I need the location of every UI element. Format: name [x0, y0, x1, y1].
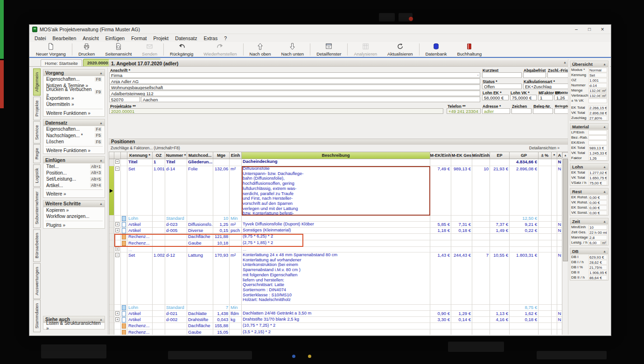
- cell-nummer[interactable]: Standard: [165, 305, 187, 311]
- anschrift-type-field[interactable]: Firma⌄: [109, 72, 480, 78]
- cell-einh[interactable]: Min: [230, 216, 242, 222]
- column-header-*[interactable]: *: [552, 152, 557, 159]
- cell-nummer[interactable]: Standard: [165, 216, 187, 222]
- row-gutter[interactable]: [109, 323, 114, 329]
- cell-star[interactable]: [552, 222, 557, 228]
- cell-gp[interactable]: 8,75 €: [510, 305, 539, 311]
- row-gutter[interactable]: [109, 159, 114, 166]
- cell-min[interactable]: [472, 216, 490, 222]
- cell-nummer[interactable]: d-023: [165, 222, 187, 228]
- cell-min[interactable]: [472, 329, 490, 335]
- zschl-frist-field[interactable]: [547, 72, 568, 78]
- column-header-einh[interactable]: Einh: [230, 152, 242, 159]
- abgabefrist-field[interactable]: [523, 72, 546, 78]
- cell-gp[interactable]: 2.896,08 €: [510, 166, 539, 216]
- panel-item-plugins[interactable]: Plugins »: [43, 222, 105, 229]
- cell-ep[interactable]: 1,13 €: [490, 311, 510, 317]
- panel-item-titel[interactable]: Titel...Alt+1: [43, 163, 105, 170]
- cell-mek1[interactable]: 1,18 €: [430, 228, 451, 234]
- cell-pm[interactable]: [539, 305, 552, 311]
- cell-ep[interactable]: [490, 305, 510, 311]
- cell-nummer[interactable]: d-002: [165, 317, 187, 323]
- cell-mek1[interactable]: 0,90 €: [430, 311, 451, 317]
- detailansichten-link[interactable]: Detailansichten »: [529, 146, 560, 150]
- dropdown-arrow-icon[interactable]: ⌄: [476, 73, 479, 77]
- database-button[interactable]: Datenbank: [420, 42, 452, 57]
- cell-mek1[interactable]: 7,49 €: [430, 166, 451, 216]
- position-row-dots[interactable]: »......: [109, 247, 563, 252]
- cell-mek1[interactable]: [430, 240, 451, 247]
- cell-mek1[interactable]: [430, 234, 451, 240]
- cell-einh[interactable]: Min: [230, 305, 242, 311]
- expand-node-icon[interactable]: +: [115, 317, 119, 322]
- panel-item-setleistung[interactable]: Set/Leistung...Alt+5: [43, 176, 105, 182]
- cell-pm[interactable]: [539, 240, 552, 247]
- cell-mek1[interactable]: [430, 216, 451, 222]
- row-gutter[interactable]: [109, 329, 114, 335]
- cell-mek2[interactable]: [451, 323, 472, 329]
- cell-star[interactable]: [552, 311, 557, 317]
- column-header-mineinh[interactable]: Min/Einh: [472, 152, 490, 159]
- cell-nummer[interactable]: Titel: [165, 159, 187, 166]
- cell-kennung[interactable]: Artikel: [127, 222, 153, 228]
- cell-einh[interactable]: m²: [230, 222, 242, 228]
- cell-kennung[interactable]: Artikel: [127, 228, 153, 234]
- cell-mge[interactable]: 0,15: [213, 228, 230, 234]
- cell-min[interactable]: 7: [472, 252, 490, 305]
- cell-mek2[interactable]: [451, 305, 472, 311]
- cell-pm[interactable]: [539, 311, 552, 317]
- cell-mek1[interactable]: [430, 323, 451, 329]
- cell-kennung[interactable]: Titel: [127, 159, 153, 166]
- cell-mek1[interactable]: 1,43 €: [430, 252, 451, 305]
- panel-item-workflowanzeigen[interactable]: Workflow anzeigen...: [43, 213, 105, 220]
- cell-ep[interactable]: 7,37 €: [490, 222, 510, 228]
- cell-nummer[interactable]: [165, 329, 187, 335]
- row-gutter[interactable]: [109, 228, 114, 234]
- column-header-gp[interactable]: GP: [510, 152, 539, 159]
- cell-besch[interactable]: [242, 216, 430, 222]
- cell-match[interactable]: [187, 247, 213, 252]
- cell-match[interactable]: Dachfläche: [187, 323, 213, 329]
- cell-star[interactable]: [552, 159, 557, 166]
- info-value[interactable]: [588, 98, 607, 103]
- printer-button[interactable]: Drucken: [73, 42, 100, 57]
- panel-item-position[interactable]: Position...Alt+3: [43, 170, 105, 176]
- collapse-arrow-icon[interactable]: ▲: [603, 125, 606, 128]
- cell-pm[interactable]: [539, 222, 552, 228]
- cell-mge[interactable]: 121,88: [213, 234, 230, 240]
- info-value[interactable]: 132,06: [588, 93, 601, 98]
- column-header-nummer*[interactable]: Nummer *: [165, 152, 187, 159]
- cell-besch[interactable]: Sonstiges (Kleinmaterial): [242, 228, 430, 234]
- name2-field[interactable]: Wohnungsbaugesellschaft: [109, 84, 480, 90]
- cell-oz[interactable]: [153, 311, 165, 317]
- column-header-oz[interactable]: OZ: [153, 152, 165, 159]
- cell-oz[interactable]: [153, 222, 165, 228]
- cell-mge[interactable]: 7: [213, 305, 230, 311]
- scrollbar-thumb[interactable]: [563, 159, 568, 261]
- column-header-ep[interactable]: EP: [490, 152, 510, 159]
- collapse-node-icon[interactable]: −: [115, 253, 119, 257]
- collapse-arrow-icon[interactable]: ▲: [99, 121, 103, 125]
- module-tab-stammdaten[interactable]: Stammdaten: [33, 300, 41, 332]
- zeichen-field[interactable]: [511, 108, 532, 114]
- cell-ep[interactable]: [490, 216, 510, 222]
- maximize-button[interactable]: □: [583, 25, 596, 34]
- row-gutter[interactable]: [109, 305, 114, 311]
- cell-oz[interactable]: [153, 240, 165, 247]
- cell-nummer[interactable]: [165, 234, 187, 240]
- cell-mek2[interactable]: 244,43 €: [451, 252, 472, 305]
- cell-mek2[interactable]: 1,29 €: [451, 311, 472, 317]
- cell-min[interactable]: [472, 311, 490, 317]
- kurztext-field[interactable]: [482, 72, 522, 78]
- row-gutter[interactable]: [109, 222, 114, 228]
- cell-besch[interactable]: Dacheindeckung: [242, 159, 430, 166]
- cell-oz[interactable]: [153, 317, 165, 323]
- column-header-kennung*[interactable]: Kennung *: [127, 152, 153, 159]
- position-row-artikel[interactable]: +Artikeld-021Dachlatte1,438lfdmDachlatte…: [109, 311, 563, 317]
- cell-min[interactable]: [472, 247, 490, 252]
- lohn-vk-field[interactable]: 75,0000 €: [510, 95, 537, 100]
- cell-mge[interactable]: [213, 159, 230, 166]
- cell-einh[interactable]: [230, 240, 242, 247]
- module-tab-service[interactable]: Service: [33, 121, 41, 144]
- panel-item-artikel[interactable]: Artikel...Alt+4: [43, 182, 105, 189]
